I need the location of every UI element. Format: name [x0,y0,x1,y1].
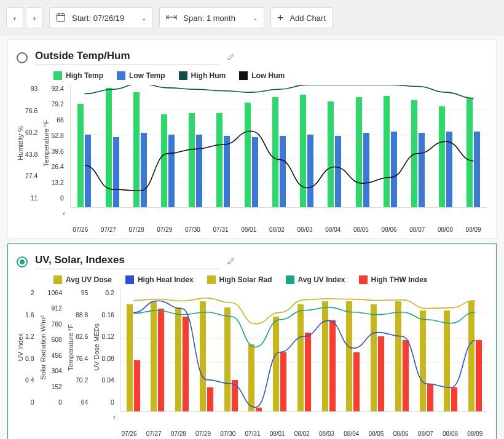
x-tick: 07/26 [66,226,95,233]
chart-bar [168,135,175,207]
x-tick: 08/06 [388,430,413,437]
chart-bar [77,104,84,207]
chart-bar [419,133,425,207]
y-tick: 456 [48,352,65,359]
y-tick: 0 [25,398,37,406]
chart-plot[interactable] [70,85,487,208]
legend-label: Low Temp [129,71,165,80]
chart-bar [106,88,112,207]
legend-swatch [179,71,187,80]
y-tick: 52.8 [51,132,66,139]
y-tick: 26.4 [51,163,66,170]
x-tick: 07/31 [240,430,265,437]
y-tick: 82.6 [76,333,90,340]
legend-label: Low Hum [251,71,285,80]
x-tick: 08/04 [319,226,347,233]
legend-label: Avg UV Dose [66,275,112,284]
plus-icon: + [277,12,284,23]
chart-bar [141,133,147,207]
chart-bar [113,137,119,207]
y-tick: 0.12 [101,333,116,340]
legend-item[interactable]: High Temp [53,71,103,80]
legend-label: High Solar Rad [219,275,272,284]
chart-bar [216,113,222,207]
chart-scroll-left[interactable]: ‹ [63,209,487,218]
chart-bar [420,310,426,411]
legend-label: High Heat Index [138,275,194,284]
chart-bar [329,320,336,411]
legend-item[interactable]: High THW Index [359,275,428,284]
panel-radio[interactable] [17,52,28,63]
chevron-left-icon: ‹ [14,14,16,23]
chart-bar [189,113,195,207]
legend-swatch [207,275,216,284]
pencil-icon[interactable] [227,256,235,267]
legend-label: High THW Index [371,275,428,284]
add-chart-button[interactable]: + Add Chart [270,7,333,28]
chart-bar [207,387,213,411]
chart-bar [446,132,452,207]
legend-label: Avg UV Index [298,275,345,284]
x-tick: 08/02 [263,226,291,233]
legend-item[interactable]: Avg UV Dose [53,275,112,284]
y-tick: 0.4 [25,376,37,384]
chart-bar [200,301,206,411]
chart-bar [224,136,230,207]
y-tick: 79.2 [51,100,66,108]
chart-bar [158,309,164,411]
chart-bar [183,317,189,411]
chart-bar [305,333,311,411]
legend-item[interactable]: High Solar Rad [207,275,272,284]
legend-item[interactable]: Low Hum [239,71,285,80]
chart-bar [280,352,286,411]
legend-item[interactable]: High Hum [179,71,226,80]
start-date-select[interactable]: Start: 07/26/19 ⌄ [49,7,153,28]
x-tick: 07/31 [207,226,235,233]
y-tick: 1.2 [25,333,37,340]
chart-bar [391,132,397,207]
x-tick: 08/05 [347,226,376,233]
y-axis-label: Solar Radiation W/m² [39,315,47,380]
chart-bar [307,135,313,207]
span-select[interactable]: Span: 1 month ⌄ [159,7,264,28]
nav-prev-button[interactable]: ‹ [6,7,23,28]
chart-bar [322,301,328,411]
x-tick: 08/03 [291,226,319,233]
y-tick: 2 [25,289,37,296]
chart-plot[interactable] [120,289,487,412]
chart-bar [252,137,258,207]
legend-swatch [286,275,294,284]
legend-item[interactable]: Low Temp [117,71,165,80]
chart-scroll-left[interactable]: ‹ [113,413,487,422]
x-tick: 08/07 [413,430,438,437]
span-label: Span: 1 month [183,14,235,23]
y-tick: 0.2 [101,289,116,296]
chart-bar [468,301,474,411]
chart-bar [85,135,91,207]
y-tick: 0.04 [101,376,116,384]
y-tick: 88.8 [76,311,90,318]
legend-swatch [117,71,125,80]
y-tick: 0.16 [101,311,116,318]
y-tick: 0 [51,194,66,202]
chart-bar [151,301,157,411]
legend-item[interactable]: Avg UV Index [286,275,345,284]
x-tick: 07/29 [191,430,215,437]
chart-bar [196,135,202,207]
legend-swatch [125,275,134,284]
x-tick: 07/29 [151,226,179,233]
legend-item[interactable]: High Heat Index [125,275,194,284]
y-tick: 95 [76,289,90,296]
chart-bar [133,92,140,207]
nav-next-button[interactable]: › [26,7,43,28]
chart-bar [439,106,445,207]
panel-radio[interactable] [17,256,28,267]
chart-bar [384,96,390,207]
x-tick: 07/28 [166,430,191,437]
x-tick: 08/06 [375,226,403,233]
x-tick: 08/01 [235,226,263,233]
chart-bar [134,360,140,411]
chart-bar [451,387,457,411]
y-tick: 0.8 [25,355,37,362]
pencil-icon[interactable] [227,52,235,63]
